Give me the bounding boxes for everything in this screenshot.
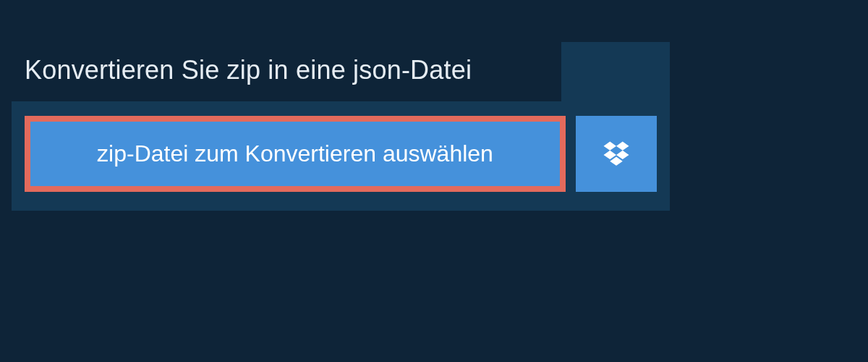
title-bar: Konvertieren Sie zip in eine json-Datei: [12, 42, 561, 101]
page-title: Konvertieren Sie zip in eine json-Datei: [25, 55, 548, 85]
converter-panel: Konvertieren Sie zip in eine json-Datei …: [12, 42, 670, 211]
dropbox-icon: [601, 139, 631, 169]
dropbox-button[interactable]: [576, 116, 657, 192]
select-file-button-label: zip-Datei zum Konvertieren auswählen: [97, 140, 493, 167]
upload-button-row: zip-Datei zum Konvertieren auswählen: [12, 101, 670, 211]
select-file-button[interactable]: zip-Datei zum Konvertieren auswählen: [25, 116, 566, 192]
